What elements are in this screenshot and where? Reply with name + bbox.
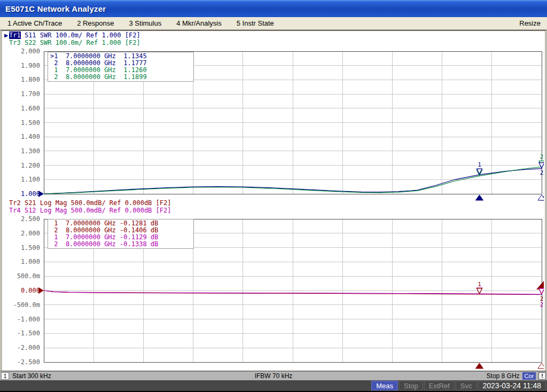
warning-badge: ! [538, 372, 546, 380]
trace-format-label: S21 Log Mag 500.0mdB/ Ref 0.000dB [F2] [21, 199, 171, 207]
y-tick-label: -2.000 [17, 344, 40, 351]
stimulus-marker-icon [476, 195, 483, 200]
resize-button[interactable]: Resize [513, 18, 547, 29]
instrument-screen: ▶Tr1 S11 SWR 100.0m/ Ref 1.000 [F2] Tr3 … [0, 30, 547, 371]
marker-number-label: 1 [478, 281, 481, 288]
datetime-label: 2023-03-24 11:48 [478, 381, 546, 390]
trace-row-Tr1[interactable]: ▶Tr1 S11 SWR 100.0m/ Ref 1.000 [F2] [4, 32, 140, 39]
menu-items: 1 Active Ch/Trace2 Response3 Stimulus4 M… [0, 19, 282, 27]
trace-status-panel-1[interactable]: ▶Tr1 S11 SWR 100.0m/ Ref 1.000 [F2] Tr3 … [4, 32, 140, 46]
y-tick-label: 2.000 [21, 48, 40, 55]
trace-arrow-placeholder [4, 39, 9, 46]
ifbw-label: IFBW 70 kHz [0, 372, 547, 380]
y-tick-label: -500.0m [13, 301, 40, 309]
y-tick-label: 1.300 [21, 147, 40, 155]
trace-format-label: S11 SWR 100.0m/ Ref 1.000 [F2] [21, 32, 140, 39]
title-bar: E5071C Network Analyzer [0, 0, 547, 17]
correction-badge: Cor [522, 372, 536, 380]
marker-readout-panel-2: 1 7.0000000 GHz -0.1281 dB 2 8.0000000 G… [48, 219, 194, 249]
trace-id-Tr2: Tr2 [9, 199, 21, 207]
instrument-state-bar: Meas Stop ExtRef Svc 2023-03-24 11:48 [0, 380, 547, 392]
trace-row-Tr2[interactable]: Tr2 S21 Log Mag 500.0mdB/ Ref 0.000dB [F… [4, 199, 171, 207]
menu-item-5[interactable]: 5 Instr State [229, 18, 282, 29]
y-tick-label: 500.0m [17, 272, 40, 280]
status-bar: 1 Start 300 kHz IFBW 70 kHz Stop 8 GHz C… [0, 371, 547, 380]
trace-id-Tr3: Tr3 [9, 39, 21, 46]
trace-row-Tr4[interactable]: Tr4 S12 Log Mag 500.0mdB/ Ref 0.000dB [F… [4, 207, 171, 214]
marker-glyph-icon [539, 288, 544, 294]
y-tick-label: 1.500 [21, 119, 40, 127]
trace-status-panel-2[interactable]: Tr2 S21 Log Mag 500.0mdB/ Ref 0.000dB [F… [4, 199, 171, 214]
marker-number-label: 2 [540, 301, 544, 308]
trace-id-Tr1: Tr1 [9, 32, 21, 39]
marker-number-label: 2 [540, 153, 544, 160]
marker-readout-panel-1: >1 7.0000000 GHz 1.1345 2 8.0000000 GHz … [48, 52, 194, 82]
trace-arrow-placeholder [4, 207, 9, 214]
menu-item-1[interactable]: 1 Active Ch/Trace [0, 18, 69, 29]
y-tick-label: -1.000 [17, 316, 40, 323]
meas-indicator: Meas [371, 381, 398, 390]
y-tick-label: 1.900 [21, 62, 40, 69]
active-trace-arrow-icon: ▶ [4, 32, 9, 39]
menu-bar: 1 Active Ch/Trace2 Response3 Stimulus4 M… [0, 17, 547, 30]
menu-item-4[interactable]: 4 Mkr/Analysis [169, 18, 229, 29]
y-tick-label: 1.200 [21, 162, 40, 169]
y-tick-label: 1.000 [21, 190, 40, 198]
y-tick-label: 1.700 [21, 90, 40, 98]
y-tick-label: -2.500 [17, 358, 40, 366]
y-tick-label: 1.000 [21, 258, 40, 265]
y-tick-label: 2.500 [21, 215, 40, 223]
menu-item-3[interactable]: 3 Stimulus [122, 18, 169, 29]
marker-readout-row: 2 8.0000000 GHz 1.1899 [50, 74, 191, 81]
trace-format-label: S12 Log Mag 500.0mdB/ Ref 0.000dB [F2] [21, 207, 171, 214]
y-tick-label: 1.800 [21, 76, 40, 83]
marker-number-label: 1 [478, 161, 481, 168]
y-tick-label: 1.100 [21, 176, 40, 183]
reference-level-arrow-icon [38, 287, 44, 294]
reference-level-arrow-icon [38, 191, 44, 197]
stimulus-marker-icon [538, 363, 544, 369]
stimulus-marker-icon [476, 363, 483, 369]
y-tick-label: 1.600 [21, 105, 40, 112]
marker-glyph-icon [477, 288, 482, 294]
stimulus-marker-icon [538, 195, 544, 200]
svc-indicator: Svc [456, 381, 477, 390]
extref-indicator: ExtRef [424, 381, 455, 390]
trace-row-Tr3[interactable]: Tr3 S22 SWR 100.0m/ Ref 1.000 [F2] [4, 39, 140, 46]
y-tick-label: 1.500 [21, 244, 40, 252]
y-tick-label: -1.500 [17, 330, 40, 337]
stop-indicator: Stop [399, 381, 423, 390]
trace-format-label: S22 SWR 100.0m/ Ref 1.000 [F2] [21, 39, 140, 46]
window-title: E5071C Network Analyzer [5, 4, 106, 13]
trace-id-Tr4: Tr4 [9, 207, 21, 214]
y-tick-label: 2.000 [21, 230, 40, 237]
stop-frequency-label: Stop 8 GHz [487, 372, 520, 380]
analyzer-window: E5071C Network Analyzer 1 Active Ch/Trac… [0, 0, 547, 392]
y-tick-label: 1.400 [21, 133, 40, 140]
marker-number-label: 2 [540, 169, 544, 176]
trace-arrow-placeholder [4, 199, 9, 207]
menu-item-2[interactable]: 2 Response [69, 18, 121, 29]
y-tick-label: 0.000 [21, 287, 40, 294]
marker-readout-row: 2 8.0000000 GHz -0.1338 dB [50, 241, 191, 248]
